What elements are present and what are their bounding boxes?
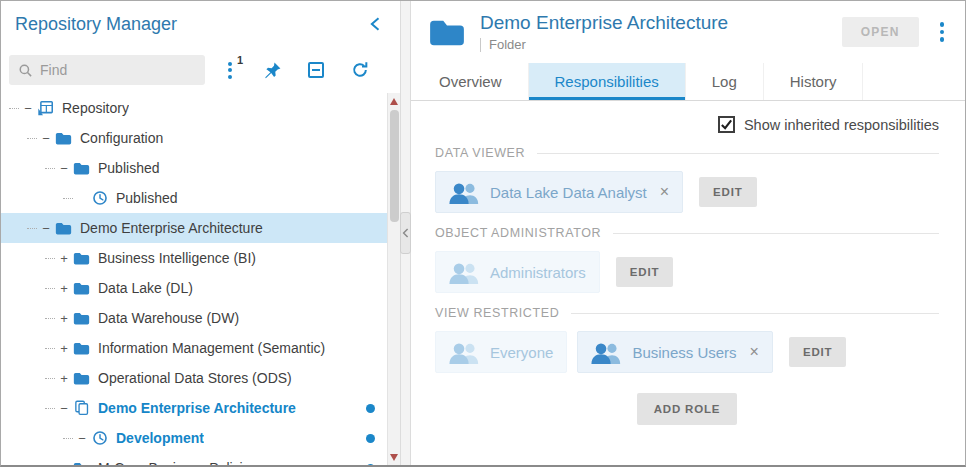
folder-icon bbox=[53, 131, 74, 145]
tree-item-label: Published bbox=[116, 190, 178, 206]
scroll-down-arrow[interactable] bbox=[388, 450, 400, 464]
tree-item[interactable]: +Business Intelligence (BI) bbox=[1, 243, 387, 273]
tree-item[interactable]: −Demo Enterprise Architecture bbox=[1, 393, 387, 423]
section-divider bbox=[613, 233, 939, 234]
splitter-collapse-handle[interactable] bbox=[400, 212, 411, 254]
tree-item[interactable]: +Operational Data Stores (ODS) bbox=[1, 363, 387, 393]
scrollbar-thumb[interactable] bbox=[390, 110, 399, 222]
responsibilities-content: Show inherited responsibilities DATA VIE… bbox=[411, 101, 965, 465]
edit-button[interactable]: EDIT bbox=[616, 257, 673, 287]
section-title: DATA VIEWER bbox=[435, 146, 525, 160]
tab-log[interactable]: Log bbox=[686, 63, 764, 100]
folder-icon bbox=[71, 371, 92, 385]
role-section: DATA VIEWERData Lake Data Analyst×EDIT bbox=[435, 146, 939, 213]
expand-icon[interactable]: + bbox=[57, 372, 71, 385]
tree-item-label: Demo Enterprise Architecture bbox=[80, 220, 263, 236]
tree-item[interactable]: +Information Management (Semantic) bbox=[1, 333, 387, 363]
expand-icon[interactable]: + bbox=[57, 312, 71, 325]
status-dot bbox=[366, 464, 375, 466]
role-chip-label: Administrators bbox=[490, 264, 586, 281]
tab-history[interactable]: History bbox=[764, 63, 864, 100]
tree-connector bbox=[45, 318, 55, 319]
tree-item[interactable]: −Configuration bbox=[1, 123, 387, 153]
role-chip-label: Business Users bbox=[632, 344, 736, 361]
section-body: AdministratorsEDIT bbox=[435, 251, 939, 293]
role-chip[interactable]: Administrators bbox=[435, 251, 600, 293]
role-chip[interactable]: Business Users× bbox=[577, 331, 773, 373]
tree-item-label: Configuration bbox=[80, 130, 163, 146]
version-icon bbox=[89, 190, 110, 206]
repository-icon bbox=[35, 100, 56, 116]
tree-item[interactable]: Published bbox=[1, 183, 387, 213]
collapse-icon[interactable]: − bbox=[57, 162, 71, 175]
tree-scrollbar bbox=[387, 93, 400, 465]
role-chip[interactable]: Everyone bbox=[435, 331, 567, 373]
tab-responsibilities[interactable]: Responsibilities bbox=[529, 63, 686, 100]
tree-connector bbox=[63, 198, 73, 199]
folder-icon bbox=[428, 17, 466, 47]
expand-icon[interactable]: + bbox=[57, 342, 71, 355]
collapse-icon[interactable]: − bbox=[75, 432, 89, 445]
tab-overview[interactable]: Overview bbox=[413, 63, 529, 100]
collapse-icon[interactable]: − bbox=[57, 402, 71, 415]
remove-role-icon[interactable]: × bbox=[750, 344, 759, 360]
expand-icon[interactable]: + bbox=[57, 252, 71, 265]
refresh-icon[interactable] bbox=[350, 60, 370, 80]
role-section: OBJECT ADMINISTRATORAdministratorsEDIT bbox=[435, 226, 939, 293]
tree-item[interactable]: +Data Warehouse (DW) bbox=[1, 303, 387, 333]
search-box bbox=[9, 55, 205, 85]
folder-icon bbox=[71, 341, 92, 355]
role-chip-label: Everyone bbox=[490, 344, 553, 361]
edit-button[interactable]: EDIT bbox=[789, 337, 846, 367]
tree: −Repository−Configuration−PublishedPubli… bbox=[1, 93, 387, 465]
edit-button[interactable]: EDIT bbox=[699, 177, 756, 207]
collapse-panel-icon[interactable] bbox=[364, 12, 388, 36]
role-sections: DATA VIEWERData Lake Data Analyst×EDITOB… bbox=[435, 133, 939, 378]
add-role-row: ADD ROLE bbox=[435, 393, 939, 425]
expand-icon[interactable]: + bbox=[57, 462, 71, 466]
tree-item[interactable]: −Development bbox=[1, 423, 387, 453]
remove-role-icon[interactable]: × bbox=[660, 184, 669, 200]
tree-toolbar: 1 bbox=[1, 47, 400, 93]
users-icon bbox=[449, 181, 480, 204]
tree-item-label: Information Management (Semantic) bbox=[98, 340, 325, 356]
more-menu-icon[interactable] bbox=[935, 19, 950, 45]
collapse-all-icon[interactable] bbox=[308, 62, 324, 78]
tree-item[interactable]: −Demo Enterprise Architecture bbox=[1, 213, 387, 243]
section-title: VIEW RESTRICTED bbox=[435, 306, 559, 320]
role-chip[interactable]: Data Lake Data Analyst× bbox=[435, 171, 683, 213]
role-chip-label: Data Lake Data Analyst bbox=[490, 184, 647, 201]
collapse-icon[interactable]: − bbox=[39, 222, 53, 235]
status-dot bbox=[366, 434, 375, 443]
section-title: OBJECT ADMINISTRATOR bbox=[435, 226, 601, 240]
page-title: Demo Enterprise Architecture bbox=[480, 12, 728, 34]
panel-title: Repository Manager bbox=[15, 14, 177, 35]
search-icon bbox=[18, 63, 33, 78]
tree-item[interactable]: +Data Lake (DL) bbox=[1, 273, 387, 303]
tree-item[interactable]: −Repository bbox=[1, 93, 387, 123]
tree-item-label: Development bbox=[116, 430, 204, 446]
pin-icon[interactable] bbox=[263, 61, 282, 80]
status-dot bbox=[366, 404, 375, 413]
add-role-button[interactable]: ADD ROLE bbox=[637, 393, 737, 425]
app-window: Repository Manager 1 bbox=[0, 0, 966, 467]
detail-header: Demo Enterprise Architecture Folder OPEN bbox=[411, 1, 965, 63]
scroll-up-arrow[interactable] bbox=[388, 94, 400, 108]
search-input[interactable] bbox=[40, 62, 196, 78]
object-type: Folder bbox=[480, 37, 728, 52]
section-divider bbox=[537, 153, 939, 154]
object-type-label: Folder bbox=[489, 37, 526, 52]
tree-connector bbox=[45, 408, 55, 409]
tree-item-label: Operational Data Stores (ODS) bbox=[98, 370, 292, 386]
expand-icon[interactable]: + bbox=[57, 282, 71, 295]
collapse-icon[interactable]: − bbox=[39, 132, 53, 145]
filter-options-icon[interactable]: 1 bbox=[223, 59, 237, 82]
open-button[interactable]: OPEN bbox=[842, 17, 919, 47]
tree-item[interactable]: −Published bbox=[1, 153, 387, 183]
tree-item[interactable]: +M-Core Business Policies bbox=[1, 453, 387, 465]
tree-connector bbox=[45, 258, 55, 259]
show-inherited-checkbox[interactable] bbox=[718, 116, 735, 133]
collapse-icon[interactable]: − bbox=[21, 102, 35, 115]
tree-item-label: M-Core Business Policies bbox=[98, 460, 258, 465]
role-section: VIEW RESTRICTEDEveryoneBusiness Users×ED… bbox=[435, 306, 939, 373]
